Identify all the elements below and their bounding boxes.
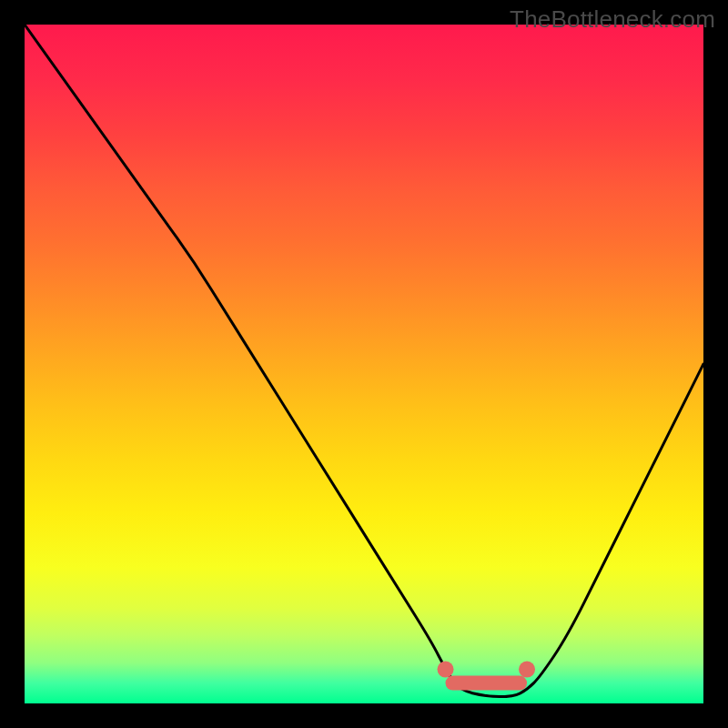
sweet-spot-dot-left xyxy=(438,662,454,678)
plot-area xyxy=(25,25,703,703)
sweet-spot-bar xyxy=(446,676,528,691)
chart-svg xyxy=(25,25,703,703)
bottleneck-curve xyxy=(25,25,703,697)
chart-container: TheBottleneck.com xyxy=(0,0,728,728)
sweet-spot-dot-right xyxy=(519,662,535,678)
watermark-text: TheBottleneck.com xyxy=(510,5,715,34)
